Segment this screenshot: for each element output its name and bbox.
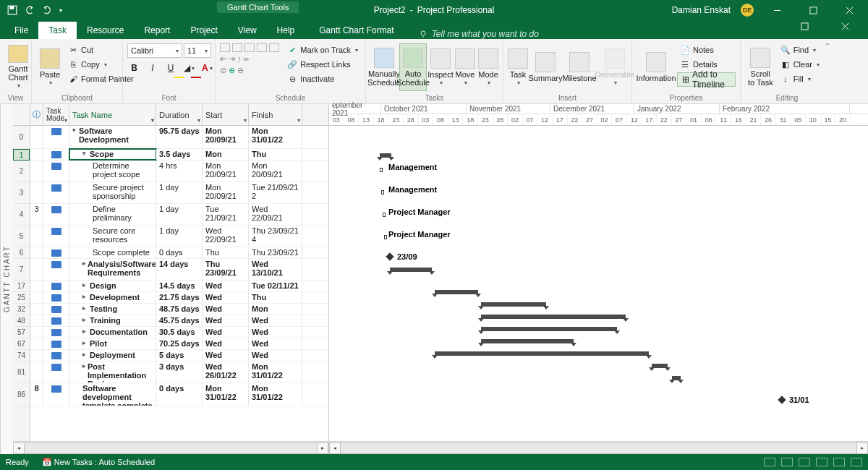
add-to-timeline-button[interactable]: ⊞Add to Timeline: [677, 72, 736, 87]
move-button[interactable]: Move▾: [454, 43, 476, 91]
scroll-right-icon[interactable]: ▸: [317, 443, 328, 454]
tab-task[interactable]: Task: [38, 22, 77, 39]
row-number[interactable]: 74: [13, 350, 30, 362]
information-button[interactable]: Information: [637, 43, 676, 91]
task-row[interactable]: ▸Training45.75 daysWed 03/11/21Wed 05/01…: [30, 315, 328, 327]
expand-icon[interactable]: ▸: [82, 293, 88, 300]
milestone-button[interactable]: Milestone: [563, 43, 596, 91]
font-color-button[interactable]: A▾: [200, 61, 214, 75]
expand-icon[interactable]: ▸: [82, 304, 88, 312]
save-icon[interactable]: [7, 5, 17, 15]
task-row[interactable]: Secure project sponsorship1 dayMon 20/09…: [30, 182, 328, 204]
gantt-bars-area[interactable]: ManagementManagementProject ManagerProje…: [329, 126, 868, 441]
sheet-h-scroll[interactable]: ◂▸: [13, 441, 328, 454]
task-row[interactable]: Scope complete0 daysThu 23/09/21Thu 23/0…: [30, 247, 328, 259]
inspect-button[interactable]: Inspect▾: [428, 43, 453, 91]
view-icon[interactable]: [851, 458, 862, 466]
qat-customize-icon[interactable]: ▾: [59, 7, 62, 14]
scroll-left-icon[interactable]: ◂: [13, 443, 25, 454]
font-size-select[interactable]: 11▾: [184, 43, 211, 58]
task-row[interactable]: ▸Deployment5 daysWed 19/01/21Wed 26/01/2…: [30, 350, 328, 362]
row-number[interactable]: 4: [13, 204, 30, 226]
tell-me-search[interactable]: Tell me what you want to do: [419, 29, 539, 39]
task-row[interactable]: ▸Documentation30.5 daysWed 03/11/21Wed 1…: [30, 327, 328, 338]
clear-button[interactable]: ◧Clear▾: [778, 58, 822, 71]
row-number[interactable]: 86: [13, 383, 30, 406]
col-indicators[interactable]: ⓘ: [30, 104, 43, 125]
expand-icon[interactable]: ▸: [82, 339, 88, 346]
expand-icon[interactable]: ▸: [82, 260, 86, 267]
view-shortcuts[interactable]: [764, 458, 862, 466]
expand-icon[interactable]: ▸: [82, 281, 88, 289]
gantt-h-scroll[interactable]: ◂▸: [329, 441, 868, 454]
row-number[interactable]: 67: [13, 338, 30, 350]
collapse-ribbon-icon[interactable]: ⌃: [825, 42, 830, 50]
row-number[interactable]: 81: [13, 362, 30, 383]
inactivate-button[interactable]: ⊖Inactivate: [284, 72, 361, 85]
view-icon[interactable]: [781, 458, 793, 466]
undo-icon[interactable]: [25, 5, 35, 15]
status-new-tasks[interactable]: 📅 New Tasks : Auto Scheduled: [42, 458, 155, 467]
close-document-button[interactable]: [832, 16, 858, 36]
indent-buttons[interactable]: ⇤⇥↕∞: [220, 54, 283, 64]
task-row[interactable]: ▸Design14.5 daysWed 13/10/21Tue 02/11/21: [30, 281, 328, 292]
row-number[interactable]: 3: [13, 182, 30, 204]
row-number[interactable]: 25: [13, 292, 30, 304]
find-button[interactable]: 🔍Find▾: [778, 43, 822, 56]
view-icon[interactable]: [764, 458, 775, 466]
task-row[interactable]: ▸Post Implementation Review3 daysWed 26/…: [30, 362, 328, 383]
row-number[interactable]: 5: [13, 226, 30, 247]
tab-gantt-format[interactable]: Gantt Chart Format: [309, 22, 404, 39]
underline-button[interactable]: U: [163, 61, 177, 75]
expand-icon[interactable]: ▸: [82, 328, 88, 335]
task-rows[interactable]: ▾Software Development95.75 daysMon 20/09…: [30, 126, 328, 441]
task-row[interactable]: 3Define preliminary resources1 dayTue 21…: [30, 204, 328, 226]
auto-schedule-button[interactable]: Auto Schedule: [399, 43, 427, 91]
respect-links-button[interactable]: 🔗Respect Links: [284, 58, 361, 71]
minimize-button[interactable]: [764, 0, 790, 20]
notes-button[interactable]: 📄Notes: [677, 43, 736, 56]
tab-project[interactable]: Project: [180, 22, 227, 39]
tab-help[interactable]: Help: [267, 22, 305, 39]
scroll-to-task-button[interactable]: Scroll to Task: [745, 43, 776, 91]
task-row[interactable]: ▸Testing48.75 daysWed 03/11/21Mon 10/01/…: [30, 304, 328, 315]
col-task-name[interactable]: Task Name▾: [69, 104, 156, 125]
manually-schedule-button[interactable]: Manually Schedule: [370, 43, 398, 91]
task-row[interactable]: 8Software development template complete0…: [30, 383, 328, 406]
insert-task-button[interactable]: Task▾: [508, 43, 528, 91]
col-finish[interactable]: Finish▾: [249, 104, 302, 125]
row-number[interactable]: 0: [13, 126, 30, 149]
task-row[interactable]: ▸Development21.75 daysWed 03/11/21Thu 02…: [30, 292, 328, 304]
task-row[interactable]: ▸Analysis/Software Requirements14 daysTh…: [30, 259, 328, 281]
fill-button-editing[interactable]: ↓Fill▾: [778, 72, 822, 85]
fill-color-button[interactable]: ◢▾: [182, 61, 196, 75]
link-buttons[interactable]: ⊘⊕⊖: [220, 66, 283, 75]
task-row[interactable]: ▾Software Development95.75 daysMon 20/09…: [30, 126, 328, 149]
redo-icon[interactable]: [42, 5, 52, 15]
row-number[interactable]: 32: [13, 304, 30, 315]
view-icon[interactable]: [833, 458, 845, 466]
tab-report[interactable]: Report: [134, 22, 180, 39]
task-row[interactable]: ▸Pilot70.25 daysWed 13/10/21Wed 19/01/22: [30, 338, 328, 350]
scroll-right-icon[interactable]: ▸: [856, 443, 868, 454]
user-avatar[interactable]: DE: [741, 4, 754, 17]
tab-view[interactable]: View: [228, 22, 267, 39]
font-name-select[interactable]: Calibri▾: [127, 43, 182, 58]
bold-button[interactable]: B: [127, 61, 141, 75]
col-start[interactable]: Start▾: [203, 104, 249, 125]
scroll-left-icon[interactable]: ◂: [329, 443, 341, 454]
row-number[interactable]: 7: [13, 259, 30, 281]
ribbon-options-icon[interactable]: [791, 16, 817, 36]
view-icon[interactable]: [799, 458, 810, 466]
progress-buttons[interactable]: [220, 43, 283, 52]
expand-icon[interactable]: ▾: [72, 127, 77, 134]
row-number[interactable]: 57: [13, 327, 30, 338]
user-name[interactable]: Damian Enskat: [672, 5, 731, 15]
col-task-mode[interactable]: Task Mode▾: [43, 104, 69, 125]
tab-file[interactable]: File: [4, 22, 38, 39]
summary-button[interactable]: Summary: [529, 43, 561, 91]
mark-on-track-button[interactable]: ✔Mark on Track▾: [284, 43, 361, 56]
paste-button[interactable]: Paste▾: [36, 43, 64, 91]
row-number[interactable]: 17: [13, 281, 30, 292]
italic-button[interactable]: I: [145, 61, 159, 75]
